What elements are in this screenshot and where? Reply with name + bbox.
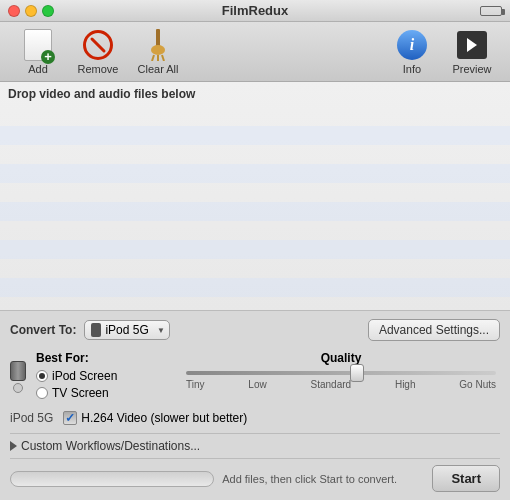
clear-button[interactable]: Clear All <box>130 26 186 78</box>
progress-bar <box>10 471 214 487</box>
start-button[interactable]: Start <box>432 465 500 492</box>
svg-line-2 <box>152 55 154 61</box>
battery-icon <box>480 6 502 16</box>
convert-label: Convert To: <box>10 323 76 337</box>
best-quality-row: Best For: iPod Screen TV Screen Quality <box>10 351 500 403</box>
minimize-button[interactable] <box>25 5 37 17</box>
radio-tv-label: TV Screen <box>52 386 109 400</box>
device-select[interactable]: iPod 5G <box>84 320 169 340</box>
ipod-wheel <box>13 383 23 393</box>
device-name: iPod 5G <box>105 323 148 337</box>
ipod-body <box>10 361 26 381</box>
best-for-section: Best For: iPod Screen TV Screen <box>36 351 166 403</box>
quality-label-gonuts: Go Nuts <box>459 379 496 390</box>
app-title: FilmRedux <box>222 3 288 18</box>
h264-checkbox[interactable]: ✓ <box>63 411 77 425</box>
h264-row: iPod 5G ✓ H.264 Video (slower but better… <box>10 411 500 425</box>
svg-line-4 <box>162 55 164 61</box>
ipod-device-icon <box>10 361 26 393</box>
quality-label-standard: Standard <box>311 379 352 390</box>
drop-label: Drop video and audio files below <box>0 82 510 106</box>
drop-area[interactable]: Drop video and audio files below <box>0 82 510 310</box>
info-button[interactable]: i Info <box>384 26 440 78</box>
ipod-label: iPod 5G <box>10 411 53 425</box>
h264-label: H.264 Video (slower but better) <box>81 411 247 425</box>
remove-button[interactable]: Remove <box>70 26 126 78</box>
traffic-lights <box>8 5 54 17</box>
bottom-panel: Convert To: iPod 5G Advanced Settings...… <box>0 310 510 500</box>
toolbar: Add Remove Clear All i <box>0 22 510 82</box>
status-text: Add files, then click Start to convert. <box>222 473 424 485</box>
radio-ipod-circle[interactable] <box>36 370 48 382</box>
radio-ipod-label: iPod Screen <box>52 369 117 383</box>
best-for-title: Best For: <box>36 351 166 365</box>
app-window: FilmRedux Add Remove <box>0 0 510 500</box>
clear-label: Clear All <box>138 63 179 75</box>
radio-tv-screen[interactable]: TV Screen <box>36 386 166 400</box>
preview-label: Preview <box>452 63 491 75</box>
add-button[interactable]: Add <box>10 26 66 78</box>
preview-button[interactable]: Preview <box>444 26 500 78</box>
quality-section: Quality Tiny Low Standard High Go Nuts <box>182 351 500 403</box>
custom-workflows-label: Custom Workflows/Destinations... <box>21 439 200 453</box>
convert-row: Convert To: iPod 5G Advanced Settings... <box>10 319 500 341</box>
add-icon <box>24 29 52 61</box>
title-bar: FilmRedux <box>0 0 510 22</box>
quality-label-high: High <box>395 379 416 390</box>
slider-labels: Tiny Low Standard High Go Nuts <box>186 379 496 390</box>
radio-ipod-screen[interactable]: iPod Screen <box>36 369 166 383</box>
quality-label-tiny: Tiny <box>186 379 205 390</box>
slider-track[interactable] <box>186 371 496 375</box>
add-label: Add <box>28 63 48 75</box>
striped-background <box>0 107 510 310</box>
radio-tv-circle[interactable] <box>36 387 48 399</box>
close-button[interactable] <box>8 5 20 17</box>
remove-label: Remove <box>78 63 119 75</box>
svg-rect-0 <box>156 29 160 47</box>
svg-point-1 <box>151 45 165 55</box>
info-icon: i <box>397 30 427 60</box>
triangle-icon <box>10 441 17 451</box>
quality-slider-container: Tiny Low Standard High Go Nuts <box>182 371 500 390</box>
h264-checkbox-area[interactable]: ✓ H.264 Video (slower but better) <box>63 411 247 425</box>
quality-title: Quality <box>182 351 500 365</box>
advanced-settings-button[interactable]: Advanced Settings... <box>368 319 500 341</box>
ipod-small-icon <box>91 323 101 337</box>
remove-icon <box>83 30 113 60</box>
custom-workflows-row[interactable]: Custom Workflows/Destinations... <box>10 433 500 459</box>
info-label: Info <box>403 63 421 75</box>
status-bar-row: Add files, then click Start to convert. … <box>10 465 500 492</box>
quality-label-low: Low <box>248 379 266 390</box>
maximize-button[interactable] <box>42 5 54 17</box>
slider-thumb[interactable] <box>350 364 364 382</box>
preview-icon <box>457 31 487 59</box>
broom-icon <box>144 29 172 61</box>
